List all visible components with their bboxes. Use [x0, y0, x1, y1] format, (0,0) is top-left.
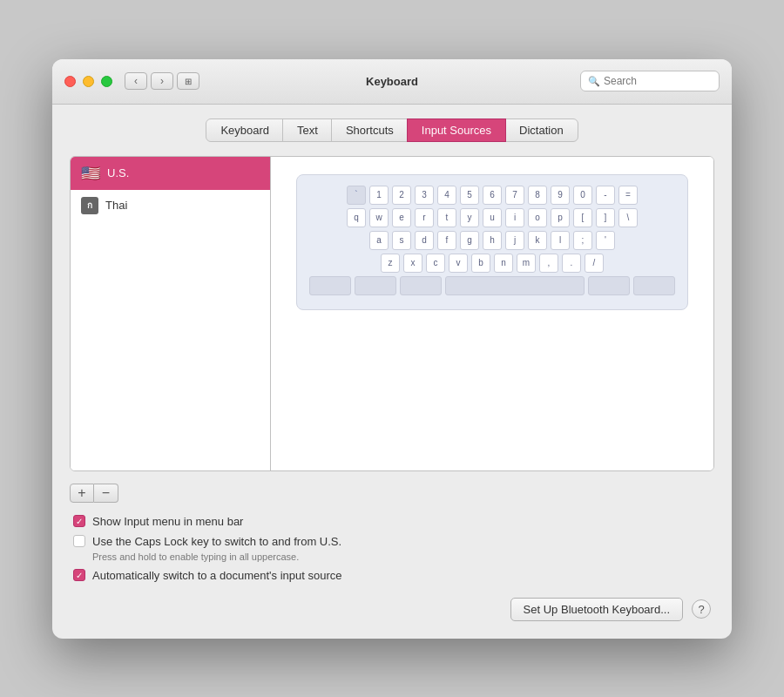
help-button[interactable]: ?: [692, 599, 711, 619]
key-semicolon[interactable]: ;: [573, 231, 592, 250]
key-slash[interactable]: /: [585, 254, 604, 273]
key-9[interactable]: 9: [551, 186, 570, 205]
key-g[interactable]: g: [460, 231, 479, 250]
caps-lock-row: Use the Caps Lock key to switch to and f…: [73, 535, 711, 548]
auto-switch-row: ✓ Automatically switch to a document's i…: [73, 569, 711, 582]
keyboard-visual: ` 1 2 3 4 5 6 7 8 9 0 - =: [296, 174, 688, 310]
key-1[interactable]: 1: [369, 186, 389, 205]
key-backtick[interactable]: `: [347, 186, 366, 205]
key-y[interactable]: y: [460, 208, 479, 227]
content-area: Keyboard Text Shortcuts Input Sources Di…: [52, 105, 732, 639]
key-ctrl[interactable]: [355, 276, 396, 295]
search-box[interactable]: 🔍: [580, 71, 720, 91]
key-4[interactable]: 4: [437, 186, 456, 205]
forward-button[interactable]: ›: [151, 72, 173, 90]
key-c[interactable]: c: [426, 254, 445, 273]
nav-buttons: ‹ ›: [125, 72, 173, 90]
caps-lock-checkbox[interactable]: [73, 535, 85, 547]
key-row-2: q w e r t y u i o p [ ] \: [309, 208, 675, 227]
tab-text[interactable]: Text: [282, 118, 333, 142]
maximize-button[interactable]: [101, 76, 112, 87]
key-period[interactable]: .: [562, 254, 581, 273]
key-w[interactable]: w: [369, 208, 389, 227]
key-s[interactable]: s: [392, 231, 411, 250]
key-quote[interactable]: ': [596, 231, 615, 250]
key-v[interactable]: v: [449, 254, 468, 273]
key-t[interactable]: t: [437, 208, 456, 227]
key-m[interactable]: m: [517, 254, 536, 273]
key-6[interactable]: 6: [483, 186, 502, 205]
grid-button[interactable]: ⊞: [177, 72, 199, 90]
key-x[interactable]: x: [403, 254, 422, 273]
key-f[interactable]: f: [437, 231, 456, 250]
key-q[interactable]: q: [347, 208, 366, 227]
bluetooth-keyboard-button[interactable]: Set Up Bluetooth Keyboard...: [510, 598, 683, 621]
main-panel: 🇺🇸 U.S. ก Thai ` 1 2 3: [70, 156, 714, 471]
auto-switch-checkbox[interactable]: ✓: [73, 569, 85, 581]
tab-keyboard[interactable]: Keyboard: [206, 118, 284, 142]
key-o[interactable]: o: [528, 208, 547, 227]
key-comma[interactable]: ,: [539, 254, 558, 273]
source-item-thai[interactable]: ก Thai: [71, 190, 270, 221]
key-backslash[interactable]: \: [618, 208, 638, 227]
tab-shortcuts[interactable]: Shortcuts: [331, 118, 409, 142]
search-input[interactable]: [604, 75, 712, 87]
show-input-menu-row: ✓ Show Input menu in menu bar: [73, 515, 711, 528]
key-n[interactable]: n: [494, 254, 513, 273]
bottom-controls: ✓ Show Input menu in menu bar Use the Ca…: [70, 515, 714, 582]
key-k[interactable]: k: [528, 231, 547, 250]
tabs: Keyboard Text Shortcuts Input Sources Di…: [70, 118, 714, 142]
key-j[interactable]: j: [505, 231, 524, 250]
key-row-1: ` 1 2 3 4 5 6 7 8 9 0 - =: [309, 186, 675, 205]
key-minus[interactable]: -: [596, 186, 615, 205]
key-space[interactable]: [445, 276, 585, 295]
minimize-button[interactable]: [83, 76, 94, 87]
key-2[interactable]: 2: [392, 186, 411, 205]
tab-dictation[interactable]: Dictation: [504, 118, 578, 142]
key-u[interactable]: u: [483, 208, 502, 227]
key-e[interactable]: e: [392, 208, 411, 227]
key-h[interactable]: h: [483, 231, 502, 250]
search-icon: 🔍: [588, 76, 600, 87]
thai-icon: ก: [81, 197, 98, 214]
key-rbracket[interactable]: ]: [596, 208, 615, 227]
tab-input-sources[interactable]: Input Sources: [407, 118, 506, 142]
key-p[interactable]: p: [551, 208, 570, 227]
key-row-5: [309, 276, 675, 295]
titlebar: ‹ › ⊞ Keyboard 🔍: [52, 59, 732, 105]
key-8[interactable]: 8: [528, 186, 547, 205]
auto-switch-label: Automatically switch to a document's inp…: [92, 569, 341, 582]
key-r[interactable]: r: [415, 208, 434, 227]
caps-lock-label: Use the Caps Lock key to switch to and f…: [92, 535, 341, 548]
key-row-4: z x c v b n m , . /: [309, 254, 675, 273]
source-list: 🇺🇸 U.S. ก Thai: [71, 157, 271, 470]
key-i[interactable]: i: [505, 208, 524, 227]
key-equals[interactable]: =: [618, 186, 638, 205]
close-button[interactable]: [64, 76, 76, 87]
source-item-us[interactable]: 🇺🇸 U.S.: [71, 157, 270, 190]
us-flag-icon: 🇺🇸: [81, 164, 100, 183]
key-z[interactable]: z: [381, 254, 400, 273]
key-option[interactable]: [400, 276, 442, 295]
key-fn[interactable]: [309, 276, 351, 295]
add-remove-buttons: + −: [70, 484, 714, 503]
caps-lock-sublabel: Press and hold to enable typing in all u…: [92, 552, 711, 562]
remove-source-button[interactable]: −: [94, 484, 118, 503]
key-a[interactable]: a: [369, 231, 389, 250]
show-input-menu-checkbox[interactable]: ✓: [73, 515, 85, 527]
key-0[interactable]: 0: [573, 186, 592, 205]
key-l[interactable]: l: [551, 231, 570, 250]
key-3[interactable]: 3: [415, 186, 434, 205]
key-5[interactable]: 5: [460, 186, 479, 205]
key-b[interactable]: b: [471, 254, 490, 273]
source-label-thai: Thai: [105, 199, 127, 212]
key-option-r[interactable]: [633, 276, 675, 295]
key-command-r[interactable]: [588, 276, 630, 295]
back-button[interactable]: ‹: [125, 72, 147, 90]
key-7[interactable]: 7: [505, 186, 524, 205]
add-source-button[interactable]: +: [70, 484, 94, 503]
traffic-lights: [64, 76, 112, 87]
key-d[interactable]: d: [415, 231, 434, 250]
key-lbracket[interactable]: [: [573, 208, 592, 227]
keyboard-preferences-window: ‹ › ⊞ Keyboard 🔍 Keyboard Text Shortcuts…: [52, 59, 732, 639]
